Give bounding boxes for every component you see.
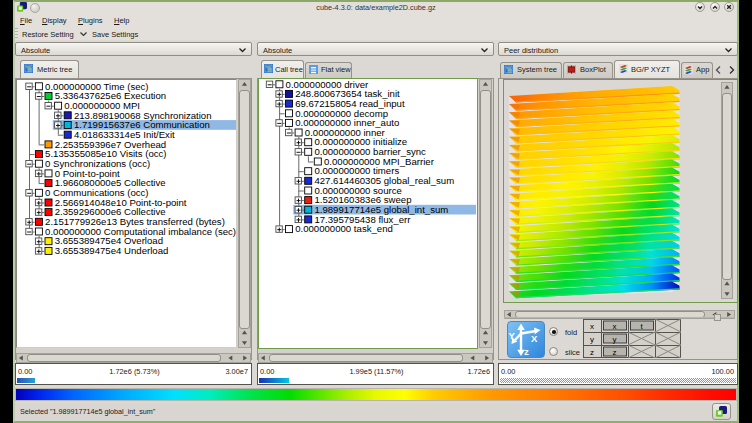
svg-text:y: y (613, 335, 617, 344)
svg-text:y: y (590, 335, 594, 344)
svg-text:z: z (590, 348, 594, 357)
svg-text:x: x (613, 322, 617, 331)
svg-text:3.655389475e4 Underload: 3.655389475e4 Underload (55, 245, 169, 256)
svg-text:z: z (524, 346, 529, 357)
svg-text:Y: Y (509, 330, 516, 341)
svg-text:z: z (613, 348, 617, 357)
svg-text:x: x (590, 322, 594, 331)
svg-text:0.000000000 task_end: 0.000000000 task_end (295, 223, 393, 234)
svg-text:X: X (531, 333, 538, 344)
